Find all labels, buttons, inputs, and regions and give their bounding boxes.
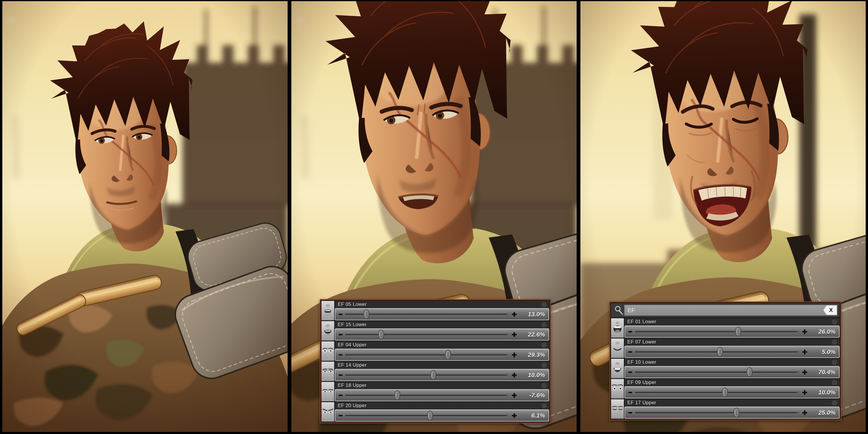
search-input[interactable] <box>624 305 838 316</box>
slider-handle[interactable] <box>395 390 401 400</box>
decrement-button[interactable] <box>628 331 632 332</box>
slider-row-ef-05-lower: EF 05 Lower13.0% <box>321 301 549 320</box>
decrement-button[interactable] <box>628 351 632 353</box>
slider-handle[interactable] <box>364 309 370 319</box>
slider-handle[interactable] <box>717 347 723 357</box>
slider-label-bar: EF 17 Upper <box>624 399 840 406</box>
slider-track[interactable] <box>635 412 799 413</box>
mouth-grin-thumbnail-icon <box>611 359 624 378</box>
increment-button[interactable] <box>512 332 517 337</box>
eyes-frown-thumbnail-icon <box>321 402 335 422</box>
decrement-button[interactable] <box>339 314 343 315</box>
slider-value[interactable]: 5.0% <box>810 348 839 355</box>
increment-button[interactable] <box>802 410 807 415</box>
gear-icon[interactable] <box>541 322 547 328</box>
slider-track[interactable] <box>635 371 799 373</box>
eyes-narrow-thumbnail-icon <box>321 382 335 401</box>
slider-value[interactable]: 22.6% <box>520 331 549 338</box>
gear-icon[interactable] <box>541 362 547 368</box>
slider-track[interactable] <box>345 334 508 335</box>
gear-icon[interactable] <box>832 359 838 365</box>
slider-handle[interactable] <box>747 367 753 377</box>
decrement-button[interactable] <box>339 415 343 416</box>
increment-button[interactable] <box>512 312 517 317</box>
gear-icon[interactable] <box>832 379 838 386</box>
increment-button[interactable] <box>802 349 807 355</box>
increment-button[interactable] <box>512 393 517 398</box>
slider-value[interactable]: 6.1% <box>520 412 549 419</box>
increment-button[interactable] <box>802 370 807 375</box>
increment-button[interactable] <box>512 373 517 377</box>
gear-icon[interactable] <box>541 342 547 348</box>
increment-button[interactable] <box>802 390 807 395</box>
slider-handle[interactable] <box>427 410 433 421</box>
slider-value[interactable]: -7.6% <box>520 392 549 399</box>
slider-label-bar: EF 07 Lower <box>624 338 840 346</box>
search-field: X <box>624 305 838 316</box>
slider-value[interactable]: 25.0% <box>810 409 839 416</box>
increment-button[interactable] <box>802 329 807 334</box>
slider-handle[interactable] <box>378 330 384 339</box>
gear-icon[interactable] <box>541 301 547 307</box>
slider-label-bar: EF 09 Upper <box>624 379 840 386</box>
morph-slider-overlay-right: XEF 01 Lower26.0%EF 07 Lower5.0%EF 10 Lo… <box>609 301 841 421</box>
slider-track[interactable] <box>345 374 508 376</box>
slider-row-ef-09-upper: EF 09 Upper10.0% <box>611 379 840 398</box>
decrement-button[interactable] <box>339 354 343 356</box>
slider-track[interactable] <box>635 392 799 393</box>
search-icon[interactable] <box>613 305 624 316</box>
slider-track[interactable] <box>345 415 508 416</box>
slider-value[interactable]: 29.3% <box>520 351 549 358</box>
slider-label-bar: EF 15 Lower <box>335 321 549 328</box>
slider-handle[interactable] <box>733 408 739 418</box>
increment-button[interactable] <box>512 353 517 357</box>
decrement-button[interactable] <box>628 412 632 413</box>
slider-track[interactable] <box>635 331 799 332</box>
slider-label: EF 05 Lower <box>338 301 367 307</box>
screenshot-stage: EF 05 Lower13.0%EF 15 Lower22.6%EF 04 Up… <box>0 0 868 434</box>
slider-handle[interactable] <box>445 350 451 360</box>
search-bar: X <box>611 303 840 317</box>
slider-label: EF 09 Upper <box>627 379 656 386</box>
gear-icon[interactable] <box>832 319 838 325</box>
eyes-soft-thumbnail-icon <box>321 362 335 381</box>
slider-body: 13.0% <box>335 308 549 320</box>
gear-icon[interactable] <box>541 403 547 409</box>
increment-button[interactable] <box>512 413 517 418</box>
slider-track[interactable] <box>345 354 508 356</box>
slider-label-bar: EF 10 Lower <box>624 359 840 366</box>
slider-handle[interactable] <box>430 370 436 380</box>
gear-icon[interactable] <box>832 400 838 406</box>
slider-body: 70.4% <box>624 366 840 378</box>
gear-icon[interactable] <box>832 339 838 345</box>
slider-label: EF 04 Upper <box>338 342 367 348</box>
slider-row-ef-14-upper: EF 14 Upper10.0% <box>321 362 549 381</box>
decrement-button[interactable] <box>628 371 632 373</box>
decrement-button[interactable] <box>339 334 343 335</box>
decrement-button[interactable] <box>339 374 343 376</box>
slider-value[interactable]: 10.0% <box>810 389 839 396</box>
slider-value[interactable]: 10.0% <box>520 371 549 378</box>
slider-handle[interactable] <box>735 327 741 336</box>
slider-track[interactable] <box>345 314 508 315</box>
slider-body: 6.1% <box>335 409 549 422</box>
slider-track[interactable] <box>635 351 799 353</box>
slider-label: EF 01 Lower <box>627 319 656 325</box>
slider-label-bar: EF 14 Upper <box>335 362 549 369</box>
decrement-button[interactable] <box>339 395 343 396</box>
decrement-button[interactable] <box>628 392 632 393</box>
slider-row-ef-10-lower: EF 10 Lower70.4% <box>611 359 840 378</box>
slider-value[interactable]: 70.4% <box>810 369 839 375</box>
slider-row-ef-18-upper: EF 18 Upper-7.6% <box>321 382 549 401</box>
slider-body: 22.6% <box>335 328 549 340</box>
viewport-panel-left <box>2 1 288 432</box>
slider-label: EF 14 Upper <box>338 362 367 368</box>
eyes-closed-thumbnail-icon <box>611 399 624 419</box>
slider-value[interactable]: 13.0% <box>520 311 549 318</box>
slider-track[interactable] <box>345 395 508 396</box>
gear-icon[interactable] <box>541 382 547 389</box>
viewport-panel-right: XEF 01 Lower26.0%EF 07 Lower5.0%EF 10 Lo… <box>580 1 866 432</box>
slider-handle[interactable] <box>722 388 728 397</box>
slider-label-bar: EF 04 Upper <box>335 341 549 348</box>
slider-value[interactable]: 26.0% <box>810 328 839 335</box>
